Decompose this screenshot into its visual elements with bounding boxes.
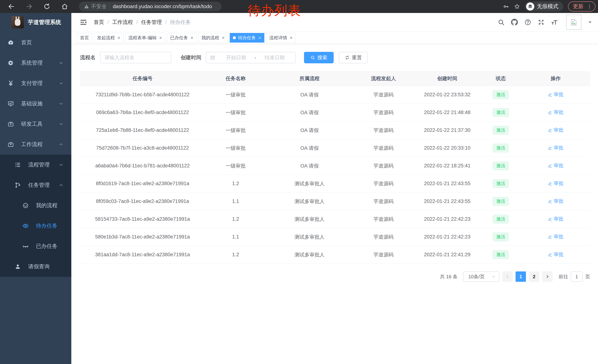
close-icon[interactable]: ×: [258, 35, 261, 40]
status-badge: 激活: [493, 215, 509, 224]
sidebar-item-工作流程[interactable]: 工作流程: [0, 134, 71, 155]
url-text[interactable]: dashboard.yudao.iocoder.cn/bpm/task/todo: [113, 4, 212, 9]
approve-link[interactable]: 审批: [548, 198, 563, 204]
sidebar-item-流程管理[interactable]: 流程管理: [0, 155, 71, 175]
status-cell: 激活: [480, 108, 521, 117]
approve-link[interactable]: 审批: [548, 216, 563, 222]
key-icon[interactable]: [503, 3, 509, 10]
home-icon[interactable]: [61, 3, 68, 10]
close-icon[interactable]: ×: [222, 35, 225, 40]
approve-link[interactable]: 审批: [548, 234, 563, 240]
update-button[interactable]: 更新: [568, 1, 595, 11]
caret-down-icon[interactable]: [588, 20, 592, 25]
table-row: 8f0d1619-7ac8-11ec-a9e2-a2380e71991a1.2测…: [80, 175, 590, 193]
action-cell: 审批: [521, 145, 590, 152]
breadcrumb-item[interactable]: 任务管理: [141, 19, 162, 26]
close-icon[interactable]: ×: [159, 35, 162, 40]
sidebar-item-基础设施[interactable]: 基础设施: [0, 94, 71, 114]
avatar[interactable]: [566, 15, 581, 30]
sidebar-item-待办任务[interactable]: 待办任务: [0, 216, 71, 236]
approve-link[interactable]: 审批: [548, 91, 563, 98]
task-id-cell: 725a1eb6-7b88-11ec-8ef0-acde48001122: [80, 127, 205, 133]
task-name-cell: 1.2: [205, 216, 266, 222]
github-icon[interactable]: [511, 19, 518, 26]
sidebar-menu: 首页系统管理支付管理基础设施研发工具工作流程流程管理任务管理我的流程待办任务已办…: [0, 32, 71, 277]
reset-button[interactable]: 重置: [339, 52, 368, 63]
sidebar-item-任务管理[interactable]: 任务管理: [0, 175, 71, 195]
process-cell: 测试多审批人: [266, 216, 353, 223]
start-date-input[interactable]: 开始日期: [219, 54, 253, 61]
back-icon[interactable]: [8, 3, 15, 10]
question-icon[interactable]: [524, 19, 531, 26]
approve-link[interactable]: 审批: [548, 251, 563, 258]
sidebar-item-请假查询[interactable]: 请假查询: [0, 256, 71, 277]
app-logo-row[interactable]: 芋道管理系统: [0, 13, 71, 32]
tab-label: 待办任务: [238, 35, 256, 41]
table-body: 73211d9d-7b9b-11ec-b5b7-acde48001122一级审批…: [80, 86, 590, 264]
approve-link[interactable]: 审批: [548, 145, 563, 151]
search-icon[interactable]: [498, 19, 505, 26]
dots-vertical-icon[interactable]: [587, 4, 592, 9]
browser-nav-icons: [8, 3, 68, 10]
process-name-input[interactable]: [100, 52, 171, 63]
forward-icon[interactable]: [25, 3, 33, 10]
text-size-icon[interactable]: [551, 19, 558, 26]
sidebar-item-系统管理[interactable]: 系统管理: [0, 53, 71, 73]
end-date-input[interactable]: 结束日期: [258, 54, 291, 61]
page-suffix-label: 页: [585, 274, 590, 280]
star-icon[interactable]: [514, 3, 520, 10]
status-cell: 激活: [480, 162, 521, 170]
breadcrumb-item[interactable]: 首页: [94, 19, 104, 26]
sidebar-item-支付管理[interactable]: 支付管理: [0, 73, 71, 94]
breadcrumb-item[interactable]: 工作流程: [112, 19, 133, 26]
tab-流程详情[interactable]: 流程详情×: [266, 33, 296, 43]
sidebar-submenu: 流程管理任务管理我的流程待办任务已办任务请假查询: [0, 155, 71, 277]
fullscreen-icon[interactable]: [538, 19, 545, 26]
page-button-1[interactable]: 1: [515, 271, 526, 282]
approve-label: 审批: [554, 109, 563, 115]
fold-icon[interactable]: [80, 18, 87, 26]
page-button-2[interactable]: 2: [529, 271, 539, 282]
sidebar-item-我的流程[interactable]: 我的流程: [0, 195, 71, 216]
approve-link[interactable]: 审批: [548, 162, 563, 169]
next-page-button[interactable]: [542, 271, 553, 282]
chevron-down-icon: [59, 101, 64, 106]
approve-link[interactable]: 审批: [548, 180, 563, 187]
tab-流程表单-编辑[interactable]: 流程表单-编辑×: [125, 33, 165, 43]
url-separator: [109, 4, 109, 9]
chevron-down-icon: [59, 81, 64, 86]
sidebar-item-已办任务[interactable]: 已办任务: [0, 236, 71, 256]
approve-link[interactable]: 审批: [548, 127, 563, 133]
chevron-down-icon: [59, 122, 64, 126]
tab-发起流程[interactable]: 发起流程×: [94, 33, 123, 43]
tab-我的流程[interactable]: 我的流程×: [199, 33, 228, 43]
action-cell: 审批: [521, 180, 590, 187]
search-button[interactable]: 搜索: [304, 52, 334, 63]
goto-page-input[interactable]: [571, 271, 583, 282]
close-icon[interactable]: ×: [191, 35, 193, 40]
tab-待办任务[interactable]: 待办任务×: [230, 33, 264, 43]
column-header-状态: 状态: [480, 75, 521, 82]
prev-page-button[interactable]: [502, 271, 513, 282]
tab-首页[interactable]: 首页: [77, 33, 92, 43]
page-size-select[interactable]: 10条/页: [463, 271, 499, 282]
tab-已办任务[interactable]: 已办任务×: [167, 33, 196, 43]
process-cell: OA 请假: [266, 162, 353, 169]
briefcase-icon: [8, 121, 14, 127]
reload-icon[interactable]: [43, 3, 50, 10]
date-range-picker[interactable]: 开始日期 - 结束日期: [206, 52, 296, 63]
close-icon[interactable]: ×: [117, 35, 120, 40]
close-icon[interactable]: ×: [290, 35, 292, 40]
approve-label: 审批: [554, 145, 563, 151]
incognito-badge: 无痕模式: [525, 1, 563, 11]
security-label[interactable]: 不安全: [91, 3, 107, 10]
calendar-icon: [210, 55, 216, 60]
sidebar-item-研发工具[interactable]: 研发工具: [0, 114, 71, 134]
pagination: 共 16 条 10条/页 12 前往 页: [80, 271, 590, 282]
approve-link[interactable]: 审批: [548, 109, 563, 115]
address-bar[interactable]: 不安全 dashboard.yudao.iocoder.cn/bpm/task/…: [79, 2, 222, 11]
action-cell: 审批: [521, 162, 590, 169]
date-range-separator: -: [255, 55, 256, 61]
sidebar-item-首页[interactable]: 首页: [0, 32, 71, 53]
tab-label: 流程详情: [269, 35, 287, 41]
